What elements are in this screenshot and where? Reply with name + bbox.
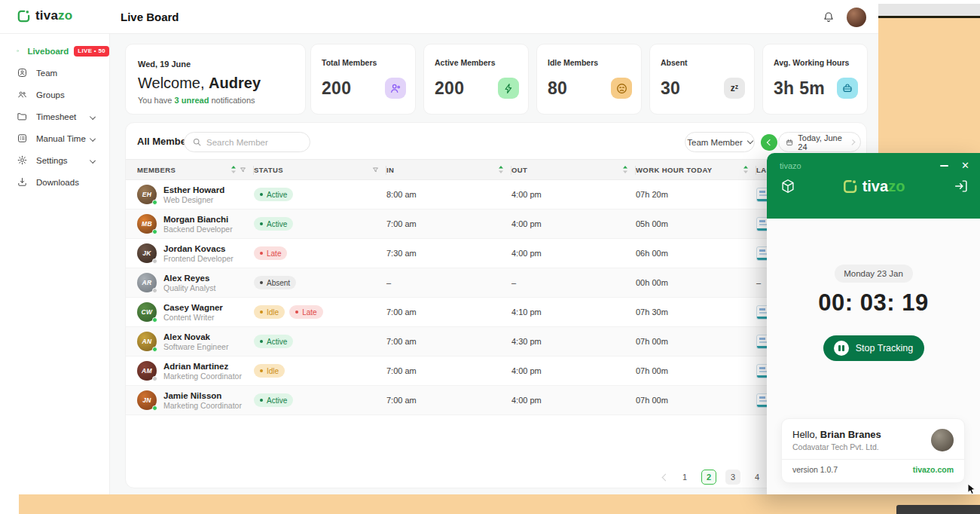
member-role: Backend Developer [163,225,233,234]
column-header-out: OUT [511,160,636,179]
chevron-left-icon [767,139,773,145]
online-dot [152,405,157,411]
close-icon[interactable]: ✕ [961,161,969,170]
stat-value: 3h 5m [774,78,825,99]
sidebar-item-manual-time[interactable]: Manual Time [0,127,109,149]
user-avatar [931,429,954,451]
date-picker[interactable]: Today, June 24 [778,132,861,152]
search-input[interactable] [206,138,297,147]
user-avatar[interactable] [847,8,866,27]
pagination-prev-icon[interactable] [662,473,670,481]
member-avatar: AM [137,361,157,381]
background-window-titlebar [878,4,980,18]
page-button-current[interactable]: 2 [701,470,716,485]
sidebar-item-timesheet[interactable]: Timesheet [0,106,109,127]
stop-tracking-button[interactable]: Stop Tracking [823,335,924,361]
column-header-in: IN [386,160,511,179]
sidebar-item-liveboard[interactable]: Liveboard LIVE • 50 [0,40,109,62]
page-button[interactable]: 1 [677,470,692,485]
page-button[interactable]: 4 [750,470,765,485]
out-time: – [511,278,636,287]
member-role: Marketing Coordinator [163,401,242,410]
tracker-widget-window: tivazo ✕ tivazo Monday [767,153,980,494]
status-badge: Idle [254,364,285,378]
in-time: 7:00 am [386,396,511,405]
chevron-down-icon [90,158,96,164]
member-avatar: CW [137,302,157,322]
filter-icon[interactable] [372,167,379,173]
sidebar-item-team[interactable]: Team [0,62,109,84]
page-button[interactable]: 3 [725,470,740,485]
welcome-greeting: Welcome, Audrey [138,75,305,92]
table-row[interactable]: JK Jordan KovacsFrontend Developer Late … [126,239,866,268]
lightning-icon [498,78,519,99]
background-taskbar-corner [896,505,980,514]
column-header-status: STATUS [254,160,386,179]
notification-bell-icon[interactable] [822,11,835,24]
widget-window-title: tivazo [780,161,801,170]
stat-card-total-members: Total Members 200 [310,44,416,115]
table-row[interactable]: CW Casey WagnerContent Writer IdleLate 7… [126,298,866,327]
website-link[interactable]: tivazo.com [913,465,954,474]
out-time: 4:10 pm [511,307,636,317]
table-row[interactable]: EH Esther HowardWeb Designer Active 8:00… [126,180,866,210]
groups-icon [17,89,28,100]
member-role: Marketing Coordinator [163,372,242,381]
chevron-right-icon[interactable] [849,139,855,145]
folder-icon [17,111,28,122]
app-window: tivazo Live Board Liveboard LIVE • 50 [0,0,878,494]
search-box[interactable] [184,132,310,152]
work-hours: 07h 00m [636,337,756,346]
minimize-icon[interactable] [940,165,948,167]
sort-icon[interactable] [622,166,628,173]
member-role: Quality Analyst [163,283,215,292]
in-time: 7:00 am [386,366,511,375]
member-role: Frontend Developer [163,254,234,263]
member-name: Casey Wagner [163,303,223,312]
work-hours: 06h 00m [636,249,756,258]
widget-header: tivazo ✕ tivazo [767,153,980,219]
previous-day-button[interactable] [761,134,777,151]
table-row[interactable]: AR Alex ReyesQuality Analyst Absent – – … [126,268,866,298]
out-time: 4:00 pm [511,219,636,228]
sidebar-item-downloads[interactable]: Downloads [0,171,109,193]
stat-value: 80 [548,78,567,99]
stat-card-absent: Absent 30 zᶻ [649,44,755,115]
table-row[interactable]: MB Morgan BianchiBackend Developer Activ… [126,210,866,239]
gear-icon [17,155,28,166]
online-dot [152,347,157,352]
company-name: Codavatar Tech Pvt. Ltd. [792,442,881,451]
member-name: Adrian Martinez [163,362,242,371]
topbar: tivazo Live Board [0,0,878,34]
in-time: 7:00 am [386,219,511,228]
filter-icon[interactable] [240,167,246,173]
team-member-filter[interactable]: Team Member [685,132,755,152]
table-row[interactable]: JN Jamie NilssonMarketing Coordinator Ac… [126,386,866,415]
sidebar-item-settings[interactable]: Settings [0,149,109,171]
brand-name: tivazo [35,8,72,23]
logout-icon[interactable] [953,178,969,194]
work-hours: 00h 00m [636,278,756,287]
status-badge: Active [254,335,293,348]
sort-icon[interactable] [498,166,504,173]
members-icon [385,78,406,99]
table-row[interactable]: AN Alex NovakSoftware Engineer Active 7:… [126,327,866,356]
member-avatar: JK [137,243,157,263]
work-hours-icon [837,78,858,99]
member-avatar: AN [137,332,157,351]
page-title: Live Board [121,11,179,23]
sleep-icon: zᶻ [724,78,745,99]
sort-icon[interactable] [743,166,749,173]
status-badge: Late [289,305,322,319]
package-cube-icon[interactable] [780,178,796,194]
brand-logo[interactable]: tivazo [17,8,72,23]
sidebar: Liveboard LIVE • 50 Team Groups Timeshee… [0,34,110,494]
team-icon [17,67,28,78]
member-name: Alex Novak [163,332,228,341]
sidebar-item-groups[interactable]: Groups [0,84,109,106]
out-time: 4:00 pm [511,396,636,405]
member-name: Jamie Nilsson [163,391,242,400]
table-row[interactable]: AM Adrian MartinezMarketing Coordinator … [126,356,866,386]
online-dot [152,229,157,234]
sort-icon[interactable] [230,166,237,173]
